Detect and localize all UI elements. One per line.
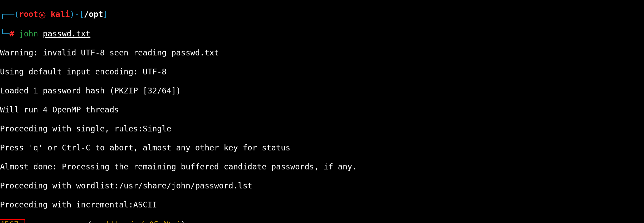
output-line: Loaded 1 password hash (PKZIP [32/64]) (0, 86, 644, 96)
prompt-host: kali (46, 10, 70, 19)
output-line: Almost done: Processing the remaining bu… (0, 162, 644, 172)
bracket-close: ] (103, 10, 108, 19)
highlight-box: 4567 (0, 219, 25, 223)
command-arg: passwd.txt (43, 29, 91, 38)
cracked-password-line: 4567 (aaabbb.zip/~ºб◦鮗x˙) (0, 219, 644, 223)
output-line: Using default input encoding: UTF-8 (0, 67, 644, 77)
bracket-open: [ (79, 10, 84, 19)
spacer (25, 220, 87, 223)
terminal-output[interactable]: ┌──(root㉿ kali)-[/opt] └─# john passwd.t… (0, 0, 644, 223)
cracked-password: 4567 (0, 220, 19, 223)
prompt-line-2: └─# john passwd.txt (0, 29, 644, 39)
output-line: Warning: invalid UTF-8 seen reading pass… (0, 48, 644, 58)
cracked-file: aaabbb.zip/~ºб◦鮗x˙ (92, 220, 181, 223)
paren-open: ( (14, 10, 19, 19)
paren-close: ) (181, 220, 186, 223)
command-name: john (19, 29, 38, 38)
prompt-sep: - (75, 10, 79, 19)
tree-bottom-icon: └─ (0, 29, 9, 38)
prompt-path: /opt (84, 10, 103, 19)
paren-close: ) (70, 10, 75, 19)
output-line: Proceeding with single, rules:Single (0, 124, 644, 134)
prompt-user: root (19, 10, 38, 19)
skull-icon: ㉿ (38, 10, 46, 20)
paren-open: ( (87, 220, 92, 223)
output-line: Press 'q' or Ctrl-C to abort, almost any… (0, 143, 644, 153)
output-line: Will run 4 OpenMP threads (0, 105, 644, 115)
tree-top-icon: ┌── (0, 10, 14, 19)
output-line: Proceeding with incremental:ASCII (0, 200, 644, 210)
output-line: Proceeding with wordlist:/usr/share/john… (0, 181, 644, 191)
prompt-hash: # (9, 29, 14, 38)
prompt-line-1: ┌──(root㉿ kali)-[/opt] (0, 10, 644, 20)
